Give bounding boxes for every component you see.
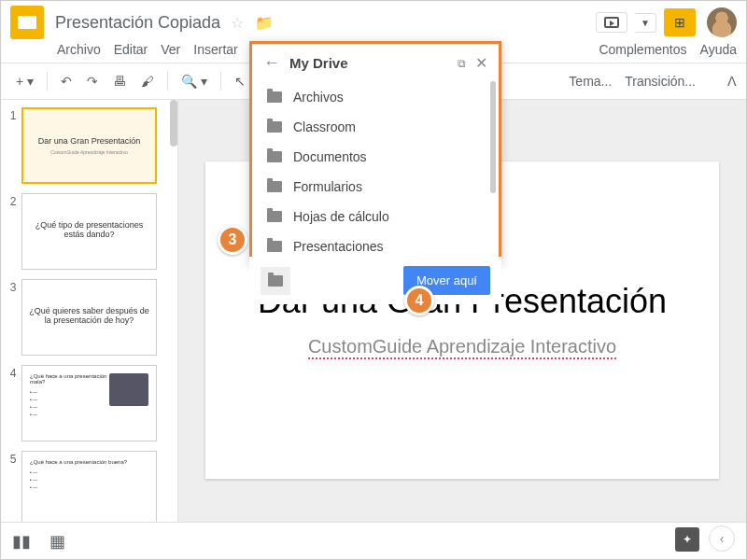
star-icon[interactable]: ☆ xyxy=(231,15,244,31)
undo-button[interactable]: ↶ xyxy=(55,70,78,92)
slide-thumbnail-1[interactable]: Dar una Gran Presentación CustomGuide Ap… xyxy=(21,107,157,184)
dialog-title: My Drive xyxy=(289,55,448,71)
select-tool[interactable]: ↖ xyxy=(229,70,251,92)
present-button[interactable] xyxy=(596,12,627,33)
folder-icon xyxy=(267,181,282,192)
document-title[interactable]: Presentación Copiada xyxy=(55,13,220,32)
open-in-new-icon[interactable]: ⧉ xyxy=(458,57,466,70)
folder-list: Archivos Classroom Documentos Formulario… xyxy=(252,82,499,261)
callout-4: 4 xyxy=(404,286,434,315)
close-icon[interactable]: ✕ xyxy=(475,54,487,72)
callout-3: 3 xyxy=(218,225,247,255)
redo-button[interactable]: ↷ xyxy=(81,70,104,92)
menu-ver[interactable]: Ver xyxy=(161,42,180,57)
slide-thumbnail-5[interactable]: ¿Qué hace a una presentación buena? • —•… xyxy=(21,451,157,527)
zoom-button[interactable]: 🔍 ▾ xyxy=(176,70,213,92)
bottom-bar: ▮▮ ▦ xyxy=(1,522,746,559)
slide-number: 4 xyxy=(5,365,21,441)
slide-thumbnail-4[interactable]: ¿Qué hace a una presentación mala? • —• … xyxy=(21,365,157,441)
filmstrip-view-icon[interactable]: ▮▮ xyxy=(12,531,31,552)
folder-item[interactable]: Archivos xyxy=(252,82,499,112)
folder-icon xyxy=(267,121,282,133)
share-button[interactable]: ⊞ xyxy=(664,8,696,36)
print-button[interactable]: 🖶 xyxy=(107,70,132,92)
folder-icon xyxy=(267,211,282,222)
move-folder-icon[interactable]: 📁 xyxy=(255,15,274,31)
menu-insertar[interactable]: Insertar xyxy=(193,42,237,57)
folder-item[interactable]: Classroom xyxy=(252,112,499,142)
slide-number: 3 xyxy=(5,279,21,356)
slide-thumbnail-2[interactable]: ¿Qué tipo de presentaciones estás dando? xyxy=(21,193,157,270)
menu-complementos[interactable]: Complementos xyxy=(599,42,686,57)
account-avatar[interactable] xyxy=(707,7,737,37)
transition-button[interactable]: Transición... xyxy=(625,74,696,89)
paint-format-button[interactable]: 🖌 xyxy=(135,70,160,92)
new-slide-button[interactable]: + ▾ xyxy=(10,70,39,92)
folder-item[interactable]: Formularios xyxy=(252,172,499,202)
grid-view-icon[interactable]: ▦ xyxy=(49,531,65,552)
slide-thumbnail-3[interactable]: ¿Qué quieres saber después de la present… xyxy=(21,279,157,356)
new-folder-button[interactable] xyxy=(261,267,290,295)
back-icon[interactable]: ← xyxy=(263,53,280,73)
folder-icon xyxy=(267,241,282,252)
explore-button[interactable]: ✦ xyxy=(675,527,699,552)
slide-subtitle[interactable]: CustomGuide Aprendizaje Interactivo xyxy=(308,336,616,359)
menu-editar[interactable]: Editar xyxy=(114,42,148,57)
thumbnail-image xyxy=(109,373,148,406)
slide-panel: 1 Dar una Gran Presentación CustomGuide … xyxy=(1,100,178,540)
move-to-dialog: ← My Drive ⧉ ✕ Archivos Classroom Docume… xyxy=(249,41,501,264)
dialog-scrollbar[interactable] xyxy=(490,81,496,193)
slide-number: 5 xyxy=(5,451,21,527)
sidebar-scrollbar[interactable] xyxy=(170,100,177,147)
folder-item[interactable]: Documentos xyxy=(252,142,499,172)
menu-ayuda[interactable]: Ayuda xyxy=(700,42,737,57)
menu-archivo[interactable]: Archivo xyxy=(57,42,101,57)
folder-icon xyxy=(267,91,282,103)
folder-icon xyxy=(267,151,282,162)
folder-item[interactable]: Hojas de cálculo xyxy=(252,202,499,231)
theme-button[interactable]: Tema... xyxy=(569,74,612,89)
collapse-toolbar-icon[interactable]: ᐱ xyxy=(727,74,737,89)
slides-logo[interactable] xyxy=(10,6,44,39)
slide-number: 1 xyxy=(5,107,21,184)
folder-plus-icon xyxy=(268,275,283,287)
prev-button[interactable]: ‹ xyxy=(709,525,735,552)
present-dropdown[interactable]: ▼ xyxy=(635,13,656,33)
present-icon xyxy=(604,17,619,28)
slide-number: 2 xyxy=(5,193,21,270)
